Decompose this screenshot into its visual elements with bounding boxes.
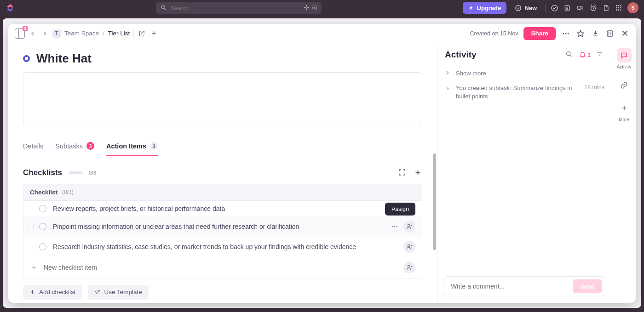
svg-point-11 bbox=[620, 7, 621, 9]
avatar-initial: S bbox=[631, 5, 634, 11]
close-button[interactable] bbox=[620, 29, 629, 38]
checklist-group-title: Checklist bbox=[30, 189, 58, 196]
breadcrumb-list[interactable]: Tier List bbox=[108, 30, 130, 37]
activity-show-more[interactable]: Show more bbox=[445, 66, 604, 81]
rail-more-button[interactable]: More bbox=[617, 101, 632, 122]
chevron-right-icon bbox=[445, 70, 451, 75]
checklist-item-text: Research industry statistics, case studi… bbox=[53, 243, 397, 250]
checklists-heading: Checklists bbox=[23, 168, 62, 177]
space-chip[interactable]: T bbox=[52, 29, 61, 38]
checklist-item-toggle[interactable] bbox=[39, 205, 46, 212]
rail-activity-button[interactable]: Activity bbox=[617, 48, 632, 69]
record-icon[interactable] bbox=[576, 4, 584, 12]
breadcrumb-space[interactable]: Team Space bbox=[64, 30, 99, 37]
activity-header: Activity 1 bbox=[437, 43, 612, 63]
svg-point-23 bbox=[408, 244, 410, 247]
next-task-button[interactable] bbox=[40, 29, 49, 38]
upgrade-button[interactable]: Upgrade bbox=[463, 2, 507, 14]
apps-grid-icon[interactable] bbox=[615, 4, 623, 12]
status-indicator[interactable] bbox=[23, 55, 30, 62]
assign-button[interactable]: Assign bbox=[403, 221, 415, 233]
rail-label: More bbox=[619, 117, 629, 122]
favorite-button[interactable] bbox=[576, 29, 585, 38]
activity-notifications-button[interactable]: 1 bbox=[579, 51, 591, 58]
plus-icon bbox=[29, 289, 35, 295]
activity-search-icon[interactable] bbox=[565, 51, 574, 59]
new-button[interactable]: New bbox=[511, 2, 540, 14]
comment-input[interactable] bbox=[451, 283, 569, 290]
expand-checklists-icon[interactable] bbox=[398, 169, 407, 177]
sidebar-toggle-button[interactable]: 3 bbox=[15, 28, 25, 39]
add-breadcrumb-icon[interactable] bbox=[150, 29, 158, 38]
svg-point-24 bbox=[408, 265, 410, 267]
tab-action-items[interactable]: Action Items 3 bbox=[106, 138, 158, 156]
assign-button[interactable] bbox=[403, 241, 415, 253]
svg-point-15 bbox=[563, 33, 564, 34]
svg-rect-18 bbox=[607, 31, 613, 36]
checklist-item[interactable]: Review reports, project briefs, or histo… bbox=[23, 201, 422, 216]
search-input[interactable] bbox=[171, 5, 300, 11]
divider bbox=[133, 29, 134, 38]
new-checklist-item-row[interactable]: + bbox=[23, 257, 422, 278]
bell-icon bbox=[579, 51, 586, 58]
checklist-item-toggle[interactable] bbox=[39, 223, 46, 230]
link-icon bbox=[617, 78, 632, 92]
right-rail: Activity More bbox=[612, 43, 636, 303]
svg-point-6 bbox=[616, 5, 617, 6]
topbar-right: Upgrade New S bbox=[463, 2, 638, 14]
checklist-item-toggle[interactable] bbox=[39, 243, 46, 250]
user-avatar[interactable]: S bbox=[627, 2, 638, 13]
add-checklist-icon[interactable] bbox=[414, 169, 422, 177]
add-checklist-button[interactable]: Add checklist bbox=[23, 285, 82, 300]
header-left: 3 T Team Space / Tier List bbox=[15, 28, 158, 39]
sparkle-icon bbox=[304, 5, 310, 11]
description-editor[interactable] bbox=[23, 72, 422, 126]
svg-point-16 bbox=[565, 33, 567, 34]
checklist-group-header[interactable]: Checklist (0/3) bbox=[23, 184, 422, 201]
subtasks-count-badge: 3 bbox=[86, 142, 94, 150]
rail-link-button[interactable] bbox=[617, 78, 632, 92]
checklist-progress-label: 0/3 bbox=[89, 170, 96, 176]
action-items-count-badge: 3 bbox=[150, 142, 158, 150]
scrollbar-thumb[interactable] bbox=[433, 153, 436, 250]
use-template-button[interactable]: Use Template bbox=[88, 285, 149, 300]
alarm-icon[interactable] bbox=[589, 4, 597, 12]
svg-point-12 bbox=[616, 9, 617, 11]
created-on-label: Created on 15 Nov bbox=[470, 30, 518, 37]
checklist-item[interactable]: Research industry statistics, case studi… bbox=[23, 237, 422, 257]
global-search[interactable]: AI bbox=[156, 2, 322, 14]
svg-point-17 bbox=[568, 33, 569, 34]
svg-point-7 bbox=[618, 5, 620, 6]
modal-header: 3 T Team Space / Tier List Created on 15… bbox=[8, 24, 636, 43]
checklist-group-count: (0/3) bbox=[62, 189, 74, 195]
activity-filter-icon[interactable] bbox=[596, 51, 604, 59]
check-circle-icon[interactable] bbox=[550, 4, 558, 12]
bolt-icon bbox=[468, 5, 474, 11]
task-title[interactable]: White Hat bbox=[36, 51, 92, 66]
svg-point-0 bbox=[161, 6, 165, 9]
plus-circle-icon bbox=[515, 5, 522, 11]
move-out-icon[interactable] bbox=[138, 29, 146, 38]
ai-label: AI bbox=[311, 5, 316, 11]
search-icon bbox=[161, 5, 167, 11]
rail-label: Activity bbox=[617, 64, 632, 69]
checklist-item-more-icon[interactable] bbox=[390, 221, 400, 232]
share-button[interactable]: Share bbox=[523, 27, 556, 40]
tab-details[interactable]: Details bbox=[23, 138, 43, 156]
ai-chip[interactable]: AI bbox=[304, 5, 316, 11]
download-button[interactable] bbox=[591, 29, 600, 38]
notepad-icon[interactable] bbox=[563, 4, 571, 12]
assign-button[interactable] bbox=[403, 261, 415, 273]
doc-icon[interactable] bbox=[602, 4, 610, 12]
more-actions-button[interactable] bbox=[561, 29, 570, 38]
send-button[interactable]: Send bbox=[573, 279, 602, 293]
prev-task-button[interactable] bbox=[29, 29, 37, 38]
comment-box[interactable]: Send bbox=[444, 276, 605, 296]
new-label: New bbox=[524, 5, 537, 11]
tab-subtasks[interactable]: Subtasks 3 bbox=[55, 138, 94, 156]
checklist-item[interactable]: ⋮⋮ Pinpoint missing information or uncle… bbox=[23, 216, 422, 237]
notification-count: 1 bbox=[587, 51, 591, 58]
drag-handle-icon[interactable]: ⋮⋮ bbox=[25, 223, 34, 230]
expand-button[interactable] bbox=[605, 29, 615, 38]
new-checklist-item-input[interactable] bbox=[44, 264, 398, 271]
